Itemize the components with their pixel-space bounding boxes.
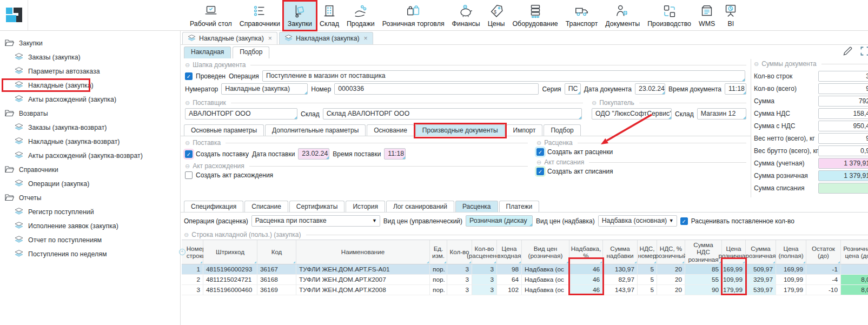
tab-selection[interactable]: Подбор [233,47,269,58]
cell[interactable]: 109,99 [776,275,806,285]
cell[interactable]: 2 [182,275,203,285]
cell[interactable]: 46 [569,264,603,275]
tab-main-params[interactable]: Основные параметры [184,124,264,136]
cell[interactable]: 4815196000293 [203,264,257,275]
sum-field-net-weight[interactable]: 9 [818,133,868,144]
cell[interactable]: 3 [472,264,497,275]
tree-item-orders-purchase[interactable]: Заказы (закупка) [0,50,180,64]
numerator-field[interactable]: Накладные (закупка) [221,83,308,95]
tree-item-discrepancy-acts-return[interactable]: Акты расхождений (закупка-возврат) [0,149,180,163]
cell[interactable]: 143,97 [603,285,638,295]
cell[interactable]: 169,99 [722,264,746,275]
tab-import[interactable]: Импорт [506,124,543,136]
cell[interactable]: ТУФЛИ ЖЕН.ДОМ.АРТ.К2008 [296,285,430,295]
cell[interactable]: 509,97 [746,264,776,275]
column-header[interactable]: Кол-во (расценено) [472,240,497,264]
column-header[interactable]: Наименование [296,240,430,264]
cell[interactable]: 169,99 [776,264,806,275]
cell[interactable]: ТУФЛИ ЖЕН.ДОМ.АРТ.К2007 [296,275,430,285]
column-header[interactable]: Ед. изм. [430,240,447,264]
toolbar-item-purchases[interactable]: Закупки [284,1,316,30]
cell[interactable]: 46 [569,285,603,295]
tree-item-operations-purchase[interactable]: Операции (закупка) [0,177,180,191]
cell[interactable]: 179,99 [776,285,806,295]
operation-field[interactable]: Поступление в магазин от поставщика [262,70,745,82]
toolbar-item-wms[interactable]: WMS [695,1,719,30]
cell[interactable]: 85 [685,264,722,275]
tree-item-invoices-return[interactable]: Накладные (закупка-возврат) [0,135,180,149]
column-header[interactable]: Вид цен (розничная) [522,240,569,264]
series-field[interactable]: ПС [565,83,581,95]
tree-item-discrepancy-acts-purchase[interactable]: Акты расхождений (закупка) [0,92,180,107]
close-icon[interactable]: × [364,35,368,42]
column-header[interactable]: Код [257,240,296,264]
column-header[interactable]: Цена розничная [722,240,746,264]
toolbar-item-warehouse[interactable]: Склад [316,1,343,30]
cell[interactable]: 36167 [257,264,296,275]
column-header[interactable]: Остаток (до) [806,240,841,264]
buyer-sklad-field[interactable]: Магазин 12 [697,108,746,120]
reprice-delivered-qty-checkbox[interactable] [680,217,688,225]
expand-fullscreen-icon[interactable] [860,46,868,58]
cell[interactable]: 82,97 [603,275,638,285]
toolbar-item-documents[interactable]: Документы [601,1,644,30]
cell[interactable]: 3 [182,285,203,295]
cell[interactable]: 539,97 [746,285,776,295]
create-delivery-checkbox[interactable] [185,150,193,158]
cell[interactable]: -1 [806,264,841,275]
doc-tab-invoice-document[interactable]: Накладная (закупка) × [279,32,373,44]
cell[interactable]: 4815196000460 [203,285,257,295]
supplier-sklad-field[interactable]: Склад АВАЛОНТОРГ ООО [323,108,582,120]
tab-history[interactable]: История [346,201,385,212]
sum-field-accounting[interactable]: 1 379,91 [818,158,868,169]
toolbar-item-sales[interactable]: Продажи [343,1,379,30]
sum-field-vat[interactable]: 158,4 [818,108,868,119]
tree-group-references[interactable]: Справочники [0,163,180,177]
cell[interactable]: 3 [472,285,497,295]
toolbar-item-retail[interactable]: Розничная торговля [379,1,448,30]
tree-group-purchases[interactable]: Закупки [0,36,180,50]
posted-checkbox[interactable] [185,72,193,80]
tab-selection2[interactable]: Подбор [544,124,580,136]
cell[interactable]: 4811215024721 [203,275,257,285]
column-header[interactable]: Штрихкод [203,240,257,264]
sum-field-amount-with-vat[interactable]: 950,4 [818,121,868,131]
column-header[interactable]: Сумма розничная [746,240,776,264]
cell[interactable]: Надбавка (ос [522,264,569,275]
column-header[interactable]: Цена входная [497,240,522,264]
column-header[interactable]: Сумма НДС розничная [685,240,722,264]
toolbar-item-references[interactable]: Справочники [236,1,284,30]
column-header[interactable]: НДС, % розничный [657,240,685,264]
column-header[interactable]: Цена (полная) [776,240,806,264]
doc-time-field[interactable]: 11:18 [725,83,746,95]
toolbar-item-transport[interactable]: Транспорт [562,1,602,30]
delivery-date-field[interactable]: 23.02.24 [298,148,329,160]
cell[interactable]: -4 [806,275,841,285]
tab-scan-log[interactable]: Лог сканирований [386,201,454,212]
toolbar-item-prices[interactable]: $ Цены [484,1,509,30]
cell[interactable]: 5 [638,285,657,295]
column-header[interactable]: НДС, номер [638,240,657,264]
tab-payments[interactable]: Платежи [499,201,540,212]
tab-invoice[interactable]: Накладная [184,47,231,58]
cell[interactable]: 64 [497,275,522,285]
tree-item-receipt-register[interactable]: Регистр поступлений [0,205,180,219]
doc-tab-invoices-list[interactable]: Накладные (закупка) × [182,32,277,44]
tab-extra-params[interactable]: Дополнительные параметры [265,124,366,136]
toolbar-item-equipment[interactable]: Оборудование [508,1,561,30]
cell[interactable]: 36168 [257,275,296,285]
create-writeoff-act-checkbox[interactable] [536,168,544,175]
cell[interactable]: 98 [497,264,522,275]
tab-repricing[interactable]: Расценка [455,201,498,212]
sum-field-rows-count[interactable]: 3 [818,71,868,82]
cell[interactable]: пор. [430,285,447,295]
cell[interactable]: 109,99 [722,275,746,285]
cell[interactable]: 20 [657,285,685,295]
cell[interactable]: 36169 [257,285,296,295]
column-header[interactable]: Сумма надбавки [603,240,638,264]
tab-specification[interactable]: Спецификация [184,201,243,212]
cell[interactable]: ТУФЛИ ЖЕН.ДОМ.АРТ.FS-A01 [296,264,430,275]
cell[interactable]: 5 [638,264,657,275]
tab-writeoff[interactable]: Списание [244,201,288,212]
tree-group-reports[interactable]: Отчеты [0,191,180,205]
